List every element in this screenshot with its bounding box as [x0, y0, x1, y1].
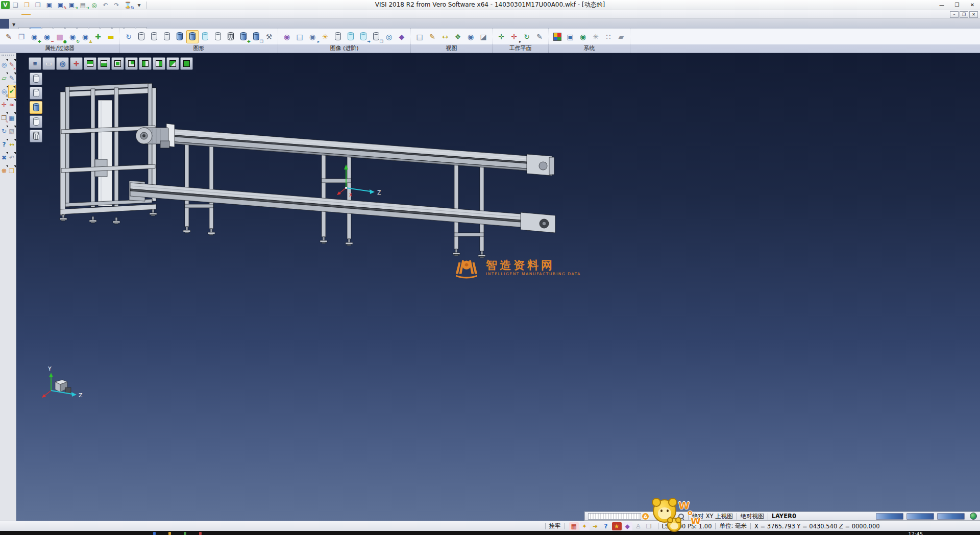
mdi-minimize-button[interactable]: –: [950, 11, 959, 18]
menu-item-surface[interactable]: [40, 14, 49, 15]
menu-item-window[interactable]: [113, 14, 122, 15]
redo-icon[interactable]: ↷: [111, 1, 122, 10]
shaded-mode-icon[interactable]: [174, 30, 186, 43]
adv-magnify-icon[interactable]: ◎: [383, 30, 395, 43]
dock-grid-icon[interactable]: ▦: [8, 111, 16, 125]
dock-open-icon[interactable]: ❐: [8, 164, 16, 178]
workplane-edit-icon[interactable]: ✎: [533, 30, 546, 43]
dock-edit-delete-icon[interactable]: ✎✕: [8, 58, 16, 71]
dock-plane-icon[interactable]: ▱: [1, 71, 8, 85]
system-grid-icon[interactable]: ∷: [602, 30, 615, 43]
save-as-icon[interactable]: ▣✎: [55, 1, 66, 10]
menu-item-system[interactable]: [104, 14, 113, 15]
hide-all-icon[interactable]: ▬: [105, 30, 117, 43]
shade-assign-icon[interactable]: ✚: [237, 30, 250, 43]
new-file-icon[interactable]: ❑: [10, 1, 21, 10]
dock-undo-icon[interactable]: ↶: [8, 151, 16, 164]
view-bottom-icon[interactable]: [97, 57, 110, 70]
color-swatch[interactable]: [937, 513, 965, 520]
dock-ucs-icon[interactable]: ✛: [1, 98, 8, 111]
render-flat-icon[interactable]: [30, 115, 42, 128]
mdi-close-button[interactable]: ✕: [969, 11, 978, 18]
globe-icon[interactable]: [970, 513, 977, 520]
view-zoom-icon[interactable]: ◎: [56, 57, 69, 70]
dock-zoom-entity-icon[interactable]: ◎±: [1, 85, 8, 98]
menu-item-analysis[interactable]: [67, 14, 77, 15]
menu-item-moldflow[interactable]: [159, 14, 168, 15]
visi-logo-icon[interactable]: V: [1, 1, 10, 9]
preview-icon[interactable]: ◎: [89, 1, 100, 10]
workplane-align-icon[interactable]: ✛▸: [508, 30, 520, 43]
view-left-icon[interactable]: [139, 57, 152, 70]
status-prism-icon[interactable]: ◆: [623, 522, 632, 530]
lock-toggle[interactable]: 拴牢: [549, 522, 561, 530]
view-top-icon[interactable]: [84, 57, 96, 70]
adv-film-icon[interactable]: ▤: [293, 30, 306, 43]
dock-delete-icon[interactable]: ✖: [1, 151, 8, 164]
view-section-icon[interactable]: ◪: [477, 30, 489, 43]
view-refresh-icon[interactable]: ◉↻: [66, 30, 79, 43]
dock-help-icon[interactable]: ?: [1, 138, 8, 151]
flat-mode-icon[interactable]: [212, 30, 224, 43]
view-eye-icon[interactable]: ◉: [464, 30, 477, 43]
view-menu-icon[interactable]: ≡: [29, 57, 41, 70]
shade-settings-icon[interactable]: ⚒: [263, 30, 275, 43]
status-key-icon[interactable]: ➜: [591, 522, 600, 530]
open-file-icon[interactable]: ❐: [21, 1, 32, 10]
menu-item-modeling[interactable]: [58, 14, 67, 15]
filter-traffic-icon[interactable]: ▥●: [54, 30, 66, 43]
status-layers-icon[interactable]: ▦: [569, 522, 579, 530]
dock-measure-icon[interactable]: ↔: [8, 138, 16, 151]
view-sketch-icon[interactable]: ✎: [426, 30, 438, 43]
dock-snap-toggle-icon[interactable]: ✔: [8, 85, 16, 98]
hidden-line-mode-icon[interactable]: [148, 30, 160, 43]
menu-item-dimension[interactable]: [86, 14, 95, 15]
mini-scrollbar[interactable]: [588, 513, 641, 520]
workplane-create-icon[interactable]: ✛: [495, 30, 507, 43]
tab-dropdown-icon[interactable]: ▼: [9, 20, 18, 29]
adv-light-icon[interactable]: ☀: [319, 30, 331, 43]
menu-item-standard-parts[interactable]: [150, 14, 159, 15]
view-back-icon[interactable]: [125, 57, 138, 70]
status-wand-icon[interactable]: ✦: [580, 522, 590, 530]
mdi-restore-button[interactable]: ❐: [960, 11, 968, 18]
system-colors-icon[interactable]: [551, 30, 564, 43]
wireframe-mode-icon[interactable]: [135, 30, 148, 43]
view-axo-icon[interactable]: [166, 57, 179, 70]
view-right-icon[interactable]: [153, 57, 165, 70]
status-star-icon[interactable]: ★: [612, 522, 622, 530]
render-hatched-icon[interactable]: [30, 130, 42, 142]
graphics-regen-icon[interactable]: ↻: [122, 30, 135, 43]
dock-grip-handle[interactable]: [2, 55, 14, 57]
attribute-report-icon[interactable]: ❐: [15, 30, 28, 43]
color-swatch[interactable]: [906, 513, 934, 520]
minimize-button[interactable]: —: [934, 0, 949, 10]
menu-item-mold[interactable]: [132, 14, 141, 15]
adv-camera-view-icon[interactable]: ◉▸: [306, 30, 318, 43]
history-icon[interactable]: ⌛↻: [122, 1, 133, 10]
dock-curve-pencil-icon[interactable]: ✎~: [8, 71, 16, 85]
maximize-button[interactable]: ❐: [949, 0, 965, 10]
undo-icon[interactable]: ↶: [100, 1, 111, 10]
adv-dynamic-icon[interactable]: ➜: [357, 30, 370, 43]
adv-texture-icon[interactable]: [332, 30, 344, 43]
system-star-icon[interactable]: ✳: [590, 30, 602, 43]
color-swatch[interactable]: [876, 513, 903, 520]
shaded-edges-mode-icon[interactable]: [186, 30, 199, 43]
save-all-icon[interactable]: ▣➜: [66, 1, 77, 10]
render-shaded-icon[interactable]: [30, 101, 42, 114]
menu-item-die[interactable]: [141, 14, 150, 15]
graphics-viewport[interactable]: Z X Y Z ≡▭◎✛: [16, 53, 980, 521]
view-toggle-icon[interactable]: ◉±: [79, 30, 91, 43]
view-remove-icon[interactable]: ◉−: [41, 30, 53, 43]
dashed-hidden-mode-icon[interactable]: [161, 30, 173, 43]
workplane-rotate-icon[interactable]: ↻: [521, 30, 533, 43]
view-measure-icon[interactable]: ↔: [439, 30, 451, 43]
render-wireframe-icon[interactable]: [30, 72, 42, 85]
view-triad-icon[interactable]: ✛: [70, 57, 83, 70]
dock-solid-icon[interactable]: ▧: [8, 125, 16, 138]
menu-item-mesh[interactable]: [31, 14, 40, 15]
print-icon[interactable]: ▤➜: [78, 1, 88, 10]
shade-copy-icon[interactable]: ❐: [250, 30, 262, 43]
show-all-icon[interactable]: ✚: [92, 30, 104, 43]
